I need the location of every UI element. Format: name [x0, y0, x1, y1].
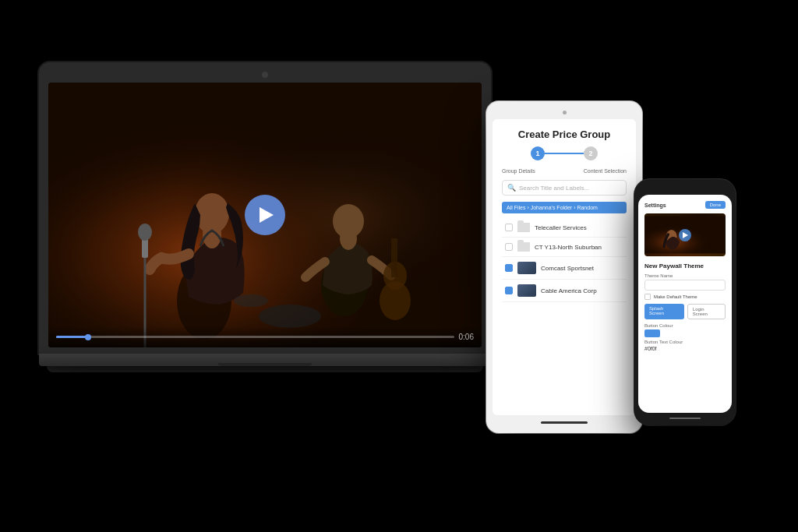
phone-ui: Settings Done — [638, 195, 732, 358]
theme-name-label: Theme Name — [644, 273, 726, 278]
row3-text: Comcast Sportsnet — [541, 265, 623, 272]
laptop-base — [39, 354, 491, 366]
folder-icon — [517, 242, 530, 252]
step1-label: Group Details — [502, 168, 535, 174]
phone-section-title: New Paywall Theme — [644, 262, 726, 270]
tablet-search[interactable]: 🔍 Search Title and Labels... — [502, 180, 627, 196]
row1-checkbox[interactable] — [505, 224, 513, 231]
step-labels: Group Details Content Selection — [502, 168, 627, 174]
laptop-screen: 0:06 — [48, 83, 482, 347]
row3-checkbox[interactable] — [505, 264, 513, 272]
tablet-body: Create Price Group 1 2 Group Details Con… — [486, 101, 642, 433]
theme-name-input[interactable] — [644, 280, 726, 291]
phone-header-text: Settings — [644, 203, 666, 208]
phone-done-button[interactable]: Done — [705, 201, 726, 209]
step1-circle: 1 — [531, 146, 545, 160]
login-screen-button[interactable]: Login Screen — [687, 304, 726, 319]
make-default-label: Make Default Theme — [654, 294, 697, 299]
phone-play-icon — [683, 232, 688, 238]
phone-header: Settings Done — [644, 201, 726, 209]
button-colour-label: Button Colour — [644, 323, 726, 328]
laptop-screen-outer: 0:06 — [39, 62, 491, 354]
video-thumbnail — [517, 262, 536, 274]
search-icon: 🔍 — [507, 184, 516, 192]
search-placeholder: Search Title and Labels... — [519, 185, 589, 192]
progress-dot — [85, 334, 91, 340]
table-row: CT Y13-North Suburban — [502, 238, 627, 257]
progress-bar-background — [56, 336, 454, 338]
make-default-checkbox[interactable] — [644, 294, 651, 300]
step2-label: Content Selection — [584, 168, 627, 174]
make-default-row: Make Default Theme — [644, 294, 726, 300]
phone-screen: Settings Done — [638, 195, 732, 413]
breadcrumb-text: All Files › Johanna's Folder › Random — [507, 205, 598, 210]
laptop-camera-bar — [48, 72, 482, 78]
tablet: Create Price Group 1 2 Group Details Con… — [486, 101, 642, 433]
tablet-breadcrumb: All Files › Johanna's Folder › Random — [502, 202, 627, 213]
video-thumbnail — [517, 284, 536, 297]
tablet-camera — [563, 111, 567, 115]
phone-video-thumbnail — [644, 213, 726, 256]
laptop: 0:06 — [39, 62, 491, 372]
screen-buttons-row: Splash Screen Login Screen — [644, 304, 726, 319]
time-display: 0:06 — [459, 333, 474, 341]
tablet-home-bar — [541, 421, 588, 424]
progress-bar-container[interactable]: 0:06 — [56, 333, 474, 341]
row4-checkbox[interactable] — [505, 287, 513, 294]
play-button[interactable] — [245, 195, 285, 235]
laptop-foot — [47, 366, 483, 372]
laptop-camera-dot — [262, 72, 268, 78]
phone-home-bar — [669, 417, 701, 419]
progress-bar-fill — [56, 336, 88, 338]
row2-text: CT Y13-North Suburban — [535, 244, 623, 251]
folder-icon — [517, 223, 530, 232]
button-text-colour-section: Button Text Colour #0f0f — [644, 340, 726, 351]
button-colour-section: Button Colour — [644, 323, 726, 337]
table-row: Comcast Sportsnet — [502, 257, 627, 280]
table-row: Cable America Corp — [502, 280, 627, 302]
row4-text: Cable America Corp — [541, 287, 623, 294]
play-icon — [260, 207, 274, 223]
row1-text: Telecaller Services — [535, 224, 623, 231]
row2-checkbox[interactable] — [505, 243, 513, 251]
scene: 0:06 Create Price Group 1 2 — [0, 0, 798, 532]
phone-notch — [666, 185, 704, 192]
step2-circle: 2 — [584, 146, 598, 160]
button-colour-swatch[interactable] — [644, 329, 660, 337]
tablet-title: Create Price Group — [502, 129, 627, 140]
video-controls: 0:06 — [48, 326, 482, 347]
button-text-colour-value: #0f0f — [644, 346, 726, 351]
phone-play-button[interactable] — [679, 229, 691, 241]
table-row: Telecaller Services — [502, 218, 627, 238]
tablet-steps: 1 2 — [502, 146, 627, 160]
phone-body: Settings Done — [634, 179, 736, 425]
step-line — [545, 153, 584, 154]
tablet-screen: Create Price Group 1 2 Group Details Con… — [493, 119, 636, 415]
button-text-colour-label: Button Text Colour — [644, 340, 726, 344]
phone: Settings Done — [634, 179, 736, 425]
splash-screen-button[interactable]: Splash Screen — [644, 304, 684, 319]
tablet-ui: Create Price Group 1 2 Group Details Con… — [493, 119, 636, 312]
